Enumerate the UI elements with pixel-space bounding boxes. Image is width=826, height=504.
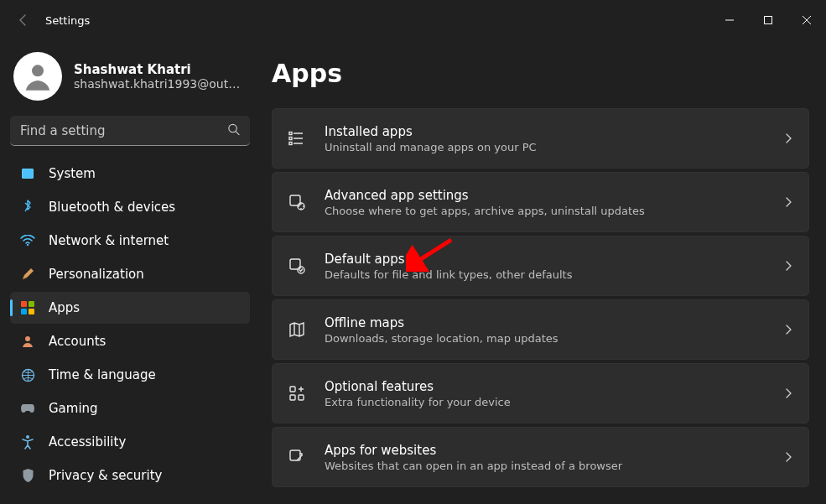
wifi-icon bbox=[20, 233, 35, 248]
svg-rect-15 bbox=[290, 395, 295, 400]
back-button[interactable] bbox=[13, 10, 34, 30]
card-text: Apps for websites Websites that can open… bbox=[325, 443, 765, 472]
page-title: Apps bbox=[272, 59, 809, 88]
search-input[interactable] bbox=[10, 116, 250, 146]
chevron-right-icon bbox=[783, 449, 793, 465]
card-text: Optional features Extra functionality fo… bbox=[325, 379, 765, 408]
profile-email: shashwat.khatri1993@out… bbox=[74, 77, 240, 91]
globe-clock-icon bbox=[20, 367, 35, 382]
card-text: Default apps Defaults for file and link … bbox=[325, 252, 765, 281]
app-check-icon bbox=[288, 257, 306, 275]
close-button[interactable] bbox=[787, 7, 826, 34]
person-icon bbox=[21, 60, 55, 93]
maximize-button[interactable] bbox=[749, 7, 787, 34]
card-offline-maps[interactable]: Offline maps Downloads, storage location… bbox=[272, 299, 809, 360]
list-icon bbox=[288, 129, 306, 148]
card-installed-apps[interactable]: Installed apps Uninstall and manage apps… bbox=[272, 108, 809, 169]
chevron-right-icon bbox=[783, 322, 793, 338]
accessibility-icon bbox=[20, 434, 35, 449]
nav-item-accessibility[interactable]: Accessibility bbox=[10, 426, 250, 458]
svg-rect-14 bbox=[290, 387, 295, 392]
nav-item-network[interactable]: Network & internet bbox=[10, 225, 250, 257]
nav-item-system[interactable]: System bbox=[10, 158, 250, 190]
titlebar: Settings bbox=[0, 0, 826, 40]
svg-rect-8 bbox=[289, 138, 292, 140]
settings-cards: Installed apps Uninstall and manage apps… bbox=[272, 108, 809, 487]
card-subtitle: Websites that can open in an app instead… bbox=[325, 460, 765, 472]
close-icon bbox=[803, 16, 811, 24]
shield-icon bbox=[20, 468, 35, 483]
display-icon bbox=[20, 166, 35, 181]
profile-name: Shashwat Khatri bbox=[74, 62, 240, 77]
svg-rect-0 bbox=[765, 17, 772, 24]
paintbrush-icon bbox=[20, 267, 35, 282]
nav-label: Network & internet bbox=[49, 233, 169, 248]
nav-label: Bluetooth & devices bbox=[49, 200, 175, 215]
nav: System Bluetooth & devices Network & int… bbox=[10, 158, 250, 491]
svg-rect-16 bbox=[299, 395, 304, 400]
card-title: Optional features bbox=[325, 379, 765, 394]
main-content: Apps Installed apps Uninstall and manage… bbox=[260, 40, 826, 504]
nav-label: System bbox=[49, 166, 96, 181]
chevron-right-icon bbox=[783, 258, 793, 274]
card-subtitle: Uninstall and manage apps on your PC bbox=[325, 141, 765, 153]
card-text: Offline maps Downloads, storage location… bbox=[325, 315, 765, 345]
nav-item-bluetooth[interactable]: Bluetooth & devices bbox=[10, 191, 250, 223]
svg-rect-7 bbox=[289, 132, 292, 135]
maximize-icon bbox=[764, 16, 772, 24]
chevron-right-icon bbox=[783, 386, 793, 402]
card-title: Apps for websites bbox=[325, 443, 765, 458]
nav-item-personalization[interactable]: Personalization bbox=[10, 258, 250, 290]
search-wrap bbox=[10, 116, 250, 146]
card-title: Installed apps bbox=[325, 124, 765, 139]
chevron-right-icon bbox=[783, 131, 793, 147]
svg-point-1 bbox=[32, 65, 44, 76]
app-gear-icon bbox=[288, 193, 306, 211]
nav-label: Accounts bbox=[49, 334, 106, 349]
svg-point-6 bbox=[26, 435, 29, 439]
bluetooth-icon bbox=[20, 200, 35, 215]
card-text: Installed apps Uninstall and manage apps… bbox=[325, 124, 765, 153]
map-icon bbox=[288, 320, 306, 339]
sidebar: Shashwat Khatri shashwat.khatri1993@out…… bbox=[0, 40, 260, 504]
nav-label: Time & language bbox=[49, 367, 156, 382]
window-controls bbox=[710, 7, 826, 34]
nav-label: Apps bbox=[49, 300, 80, 315]
profile-block[interactable]: Shashwat Khatri shashwat.khatri1993@out… bbox=[10, 47, 250, 112]
app-link-icon bbox=[288, 448, 306, 466]
minimize-button[interactable] bbox=[710, 7, 749, 34]
card-text: Advanced app settings Choose where to ge… bbox=[325, 188, 765, 217]
arrow-left-icon bbox=[17, 13, 30, 27]
avatar bbox=[13, 52, 62, 101]
svg-point-4 bbox=[25, 336, 30, 341]
svg-point-3 bbox=[27, 244, 29, 246]
card-optional-features[interactable]: Optional features Extra functionality fo… bbox=[272, 363, 809, 423]
apps-icon bbox=[20, 300, 35, 315]
grid-plus-icon bbox=[288, 384, 306, 403]
card-apps-for-websites[interactable]: Apps for websites Websites that can open… bbox=[272, 427, 809, 487]
profile-text: Shashwat Khatri shashwat.khatri1993@out… bbox=[74, 62, 240, 91]
nav-item-privacy[interactable]: Privacy & security bbox=[10, 460, 250, 491]
nav-label: Personalization bbox=[49, 267, 144, 282]
window-title: Settings bbox=[45, 14, 90, 27]
svg-point-2 bbox=[229, 124, 236, 132]
card-advanced-app-settings[interactable]: Advanced app settings Choose where to ge… bbox=[272, 172, 809, 232]
nav-label: Accessibility bbox=[49, 434, 126, 449]
nav-item-apps[interactable]: Apps bbox=[10, 292, 250, 324]
nav-label: Privacy & security bbox=[49, 468, 162, 483]
card-title: Advanced app settings bbox=[325, 188, 765, 203]
nav-item-gaming[interactable]: Gaming bbox=[10, 392, 250, 424]
card-subtitle: Extra functionality for your device bbox=[325, 396, 765, 408]
card-title: Offline maps bbox=[325, 315, 765, 330]
minimize-icon bbox=[725, 16, 734, 24]
nav-label: Gaming bbox=[49, 401, 98, 416]
nav-item-accounts[interactable]: Accounts bbox=[10, 325, 250, 357]
nav-item-time-language[interactable]: Time & language bbox=[10, 359, 250, 391]
card-default-apps[interactable]: Default apps Defaults for file and link … bbox=[272, 236, 809, 296]
card-subtitle: Defaults for file and link types, other … bbox=[325, 268, 765, 281]
card-title: Default apps bbox=[325, 252, 765, 267]
svg-rect-9 bbox=[289, 143, 292, 145]
person-icon bbox=[20, 334, 35, 349]
chevron-right-icon bbox=[783, 195, 793, 210]
card-subtitle: Downloads, storage location, map updates bbox=[325, 332, 765, 345]
